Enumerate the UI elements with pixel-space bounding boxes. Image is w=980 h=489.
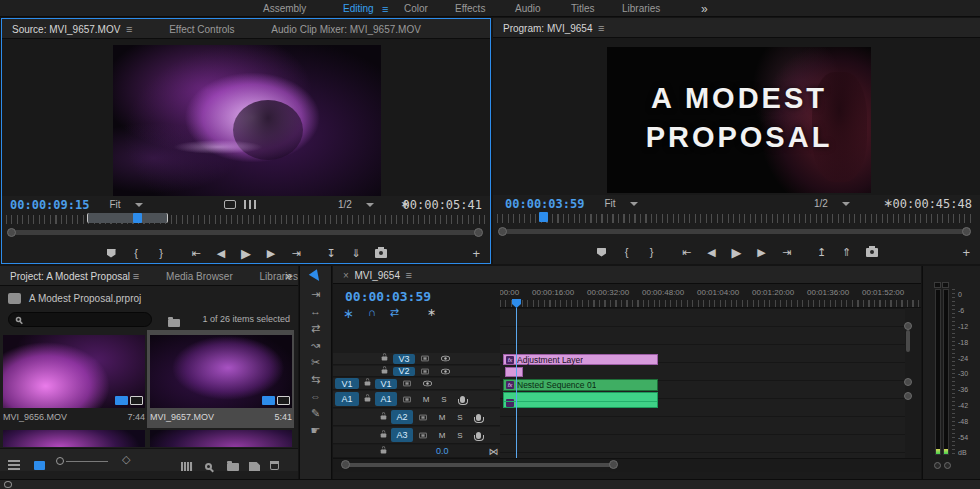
- program-playhead[interactable]: [539, 212, 548, 222]
- workspace-tab-effects[interactable]: Effects: [455, 3, 485, 14]
- program-panel-menu-icon[interactable]: ≡: [598, 22, 604, 34]
- track-output-toggle[interactable]: [435, 355, 455, 362]
- timeline-hscroll-bar[interactable]: [347, 463, 615, 467]
- meter-solo-right[interactable]: [944, 462, 951, 469]
- mute-toggle[interactable]: M: [433, 413, 451, 422]
- mark-in-button[interactable]: {: [130, 247, 142, 259]
- track-target-v2[interactable]: V2: [393, 367, 415, 376]
- go-to-in-button[interactable]: ⇤: [681, 246, 693, 259]
- keyframe-nav-icon[interactable]: ⋈: [489, 446, 499, 457]
- timeline-settings-wrench-icon[interactable]: ∗: [427, 306, 436, 321]
- track-lock-toggle[interactable]: [375, 433, 391, 438]
- go-to-out-button[interactable]: ⇥: [781, 246, 793, 259]
- clip-nested-sequence[interactable]: fx Nested Sequence 01: [503, 379, 658, 391]
- mark-out-button[interactable]: }: [646, 246, 658, 258]
- clip-thumbnail-partial-1[interactable]: [3, 430, 145, 447]
- sync-lock-toggle[interactable]: [415, 355, 435, 362]
- source-scrollbar-right-handle[interactable]: [474, 228, 483, 237]
- workspace-tab-titles[interactable]: Titles: [571, 3, 595, 14]
- source-zoom-select[interactable]: Fit: [103, 198, 148, 211]
- program-resolution-select[interactable]: 1/2: [808, 197, 856, 210]
- drag-video-audio-icon[interactable]: [244, 200, 257, 209]
- program-scrollbar-left-handle[interactable]: [498, 227, 507, 236]
- workspace-tab-assembly[interactable]: Assembly: [263, 3, 306, 14]
- track-output-toggle[interactable]: [435, 368, 455, 375]
- timeline-timecode[interactable]: 00:00:03:59: [345, 289, 431, 304]
- track-target-v1[interactable]: V1: [375, 379, 397, 389]
- tool-slide[interactable]: ⇔: [300, 388, 331, 405]
- button-editor-plus[interactable]: +: [962, 245, 970, 260]
- settings-icon[interactable]: [224, 200, 236, 209]
- timeline-vscroll-bar[interactable]: [906, 330, 910, 352]
- track-lock-toggle[interactable]: [375, 356, 393, 361]
- sync-lock-toggle[interactable]: [413, 414, 433, 421]
- zoom-slider-track[interactable]: [66, 461, 108, 462]
- step-forward-button[interactable]: ▶: [756, 246, 768, 259]
- track-lock-toggle[interactable]: [375, 369, 393, 374]
- program-scrollbar-right-handle[interactable]: [962, 227, 971, 236]
- overwrite-button[interactable]: ⇓: [350, 247, 362, 260]
- voiceover-record-button[interactable]: [453, 396, 471, 403]
- tab-effect-controls[interactable]: Effect Controls: [159, 20, 244, 38]
- mark-out-button[interactable]: }: [155, 247, 167, 259]
- go-to-in-button[interactable]: ⇤: [190, 247, 202, 260]
- clip-adjustment-layer[interactable]: fx Adjustment Layer: [503, 354, 658, 365]
- linked-selection-icon[interactable]: ⇄: [390, 306, 399, 321]
- timeline-hscroll-left-handle[interactable]: [341, 460, 350, 469]
- workspace-overflow-icon[interactable]: »: [701, 2, 708, 16]
- icon-view-button[interactable]: [34, 456, 45, 474]
- track-target-a1[interactable]: A1: [375, 392, 397, 406]
- project-search-box[interactable]: [8, 312, 152, 327]
- program-scrollbar[interactable]: [505, 229, 967, 234]
- tool-rolling-edit[interactable]: ⇄: [300, 320, 331, 337]
- solo-toggle[interactable]: S: [435, 395, 453, 404]
- export-frame-button[interactable]: [375, 249, 387, 258]
- clip-thumbnail-1[interactable]: [3, 335, 145, 408]
- tool-pen[interactable]: ✎: [300, 405, 331, 422]
- clip-v2-small[interactable]: [505, 367, 523, 377]
- source-panel-menu-icon[interactable]: ≡: [126, 23, 132, 35]
- sync-lock-toggle[interactable]: [413, 432, 433, 439]
- add-marker-button[interactable]: [596, 248, 608, 257]
- mute-toggle[interactable]: M: [433, 431, 451, 440]
- voiceover-record-button[interactable]: [469, 414, 487, 421]
- export-frame-button[interactable]: [866, 248, 878, 257]
- clip-thumbnail-partial-2[interactable]: [150, 430, 292, 447]
- source-resolution-select[interactable]: 1/2: [332, 198, 380, 211]
- source-patch-v1[interactable]: V1: [335, 378, 359, 389]
- source-scrollbar-left-handle[interactable]: [7, 228, 16, 237]
- tab-audio-clip-mixer[interactable]: Audio Clip Mixer: MVI_9657.MOV: [261, 20, 431, 38]
- tool-razor[interactable]: ✂: [300, 354, 331, 371]
- tool-rate-stretch[interactable]: ↝: [300, 337, 331, 354]
- track-lock-toggle[interactable]: [359, 397, 375, 402]
- close-icon[interactable]: ×: [343, 270, 349, 281]
- track-lock-toggle[interactable]: [359, 381, 375, 386]
- add-marker-button[interactable]: [105, 249, 117, 258]
- step-back-button[interactable]: ◀: [215, 247, 227, 260]
- master-gain-value[interactable]: 0.0: [436, 446, 449, 456]
- project-overflow-icon[interactable]: »: [285, 269, 292, 283]
- source-in-out-range[interactable]: [87, 213, 168, 223]
- timeline-vscroll-handle2[interactable]: [904, 378, 912, 386]
- insert-button[interactable]: ↧: [325, 247, 337, 260]
- timeline-vscroll-handle3[interactable]: [904, 392, 912, 400]
- track-target-v3[interactable]: V3: [393, 354, 415, 364]
- workspace-tab-audio[interactable]: Audio: [515, 3, 541, 14]
- track-target-a2[interactable]: A2: [391, 410, 413, 424]
- track-lock-toggle[interactable]: [375, 449, 391, 454]
- sort-icon[interactable]: ◇: [122, 453, 130, 466]
- timeline-vscroll-top-handle[interactable]: [904, 322, 912, 330]
- go-to-out-button[interactable]: ⇥: [290, 247, 302, 260]
- tool-slip[interactable]: ⇆: [300, 371, 331, 388]
- program-time-ruler[interactable]: [497, 214, 975, 223]
- solo-toggle[interactable]: S: [451, 413, 469, 422]
- workspace-editing-menu-icon[interactable]: ≡: [382, 3, 388, 15]
- find-media-button[interactable]: [168, 313, 180, 331]
- lift-button[interactable]: ↥: [816, 246, 828, 259]
- new-item-button[interactable]: [249, 457, 260, 475]
- program-current-timecode[interactable]: 00:00:03:59: [505, 197, 584, 211]
- tool-track-select-forward[interactable]: ⇥: [300, 286, 331, 303]
- tab-program[interactable]: Program: MVI_9654 ≡: [493, 18, 614, 37]
- timeline-hscroll-right-handle[interactable]: [609, 460, 618, 469]
- workspace-tab-editing[interactable]: Editing: [343, 3, 374, 14]
